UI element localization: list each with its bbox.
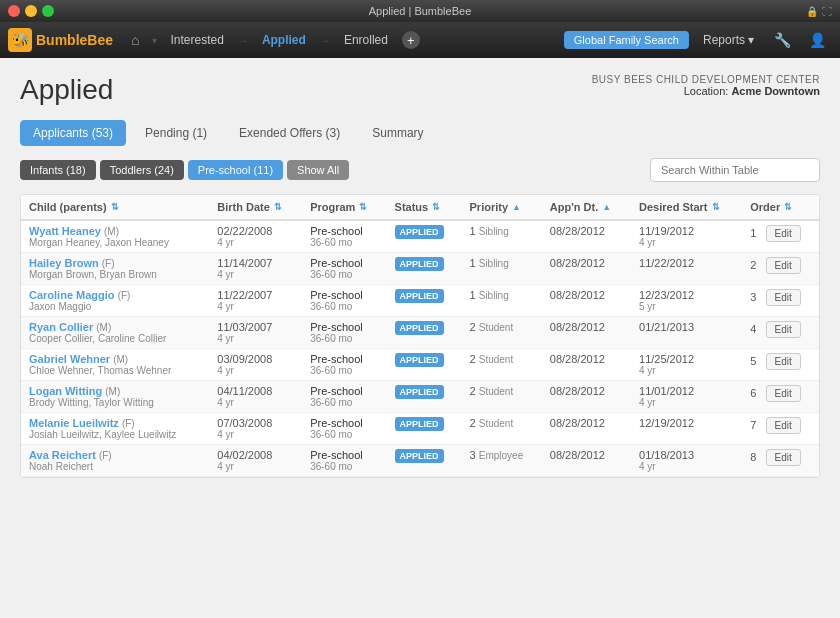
cell-child-3: Ryan Collier (M) Cooper Collier, Carolin…: [21, 317, 209, 349]
tab-summary[interactable]: Summary: [359, 120, 436, 146]
add-nav-button[interactable]: +: [402, 31, 420, 49]
global-family-search-button[interactable]: Global Family Search: [564, 31, 689, 49]
child-name-0[interactable]: Wyatt Heaney: [29, 225, 101, 237]
child-name-1[interactable]: Hailey Brown: [29, 257, 99, 269]
cell-program-2: Pre-school 36-60 mo: [302, 285, 386, 317]
parents-4: Chloe Wehner, Thomas Wehner: [29, 365, 201, 376]
edit-button-5[interactable]: Edit: [766, 385, 801, 402]
cell-desired-7: 01/18/2013 4 yr: [631, 445, 742, 477]
org-name: BUSY BEES CHILD DEVELOPMENT CENTER: [592, 74, 820, 85]
child-name-5[interactable]: Logan Witting: [29, 385, 102, 397]
cell-birth-6: 07/03/2008 4 yr: [209, 413, 302, 445]
logo-area: 🐝 BumbleBee: [8, 28, 113, 52]
cell-program-4: Pre-school 36-60 mo: [302, 349, 386, 381]
search-input[interactable]: [650, 158, 820, 182]
col-desired-start[interactable]: Desired Start⇅: [631, 195, 742, 220]
table-row: Melanie Lueilwitz (F) Josiah Lueilwitz, …: [21, 413, 819, 445]
cell-status-6: APPLIED: [387, 413, 462, 445]
cell-priority-5: 2 Student: [462, 381, 542, 413]
edit-button-1[interactable]: Edit: [766, 257, 801, 274]
cell-program-7: Pre-school 36-60 mo: [302, 445, 386, 477]
cell-program-1: Pre-school 36-60 mo: [302, 253, 386, 285]
settings-icon[interactable]: 🔧: [768, 30, 797, 50]
cell-child-2: Caroline Maggio (F) Jaxon Maggio: [21, 285, 209, 317]
cell-program-5: Pre-school 36-60 mo: [302, 381, 386, 413]
parents-2: Jaxon Maggio: [29, 301, 201, 312]
status-badge-4: APPLIED: [395, 353, 444, 367]
nav-interested[interactable]: Interested: [163, 29, 232, 51]
nav-enrolled[interactable]: Enrolled: [336, 29, 396, 51]
cell-birth-0: 02/22/2008 4 yr: [209, 220, 302, 253]
cell-status-0: APPLIED: [387, 220, 462, 253]
window-title: Applied | BumbleBee: [369, 5, 472, 17]
reports-menu[interactable]: Reports ▾: [695, 29, 762, 51]
cell-status-1: APPLIED: [387, 253, 462, 285]
table-container: Child (parents)⇅ Birth Date⇅ Program⇅ St…: [20, 194, 820, 478]
minimize-button[interactable]: [25, 5, 37, 17]
org-location-name: Acme Downtown: [731, 85, 820, 97]
filter-preschool[interactable]: Pre-school (11): [188, 160, 283, 180]
edit-button-4[interactable]: Edit: [766, 353, 801, 370]
edit-button-7[interactable]: Edit: [766, 449, 801, 466]
cell-appdate-2: 08/28/2012: [542, 285, 631, 317]
table-row: Gabriel Wehner (M) Chloe Wehner, Thomas …: [21, 349, 819, 381]
edit-button-6[interactable]: Edit: [766, 417, 801, 434]
cell-desired-3: 01/21/2013: [631, 317, 742, 349]
col-status[interactable]: Status⇅: [387, 195, 462, 220]
parents-0: Morgan Heaney, Jaxon Heaney: [29, 237, 201, 248]
tab-pending[interactable]: Pending (1): [132, 120, 220, 146]
cell-appdate-0: 08/28/2012: [542, 220, 631, 253]
child-name-3[interactable]: Ryan Collier: [29, 321, 93, 333]
col-child[interactable]: Child (parents)⇅: [21, 195, 209, 220]
cell-birth-7: 04/02/2008 4 yr: [209, 445, 302, 477]
cell-appdate-7: 08/28/2012: [542, 445, 631, 477]
home-button[interactable]: ⌂: [125, 30, 145, 50]
maximize-button[interactable]: [42, 5, 54, 17]
cell-priority-6: 2 Student: [462, 413, 542, 445]
cell-status-5: APPLIED: [387, 381, 462, 413]
parents-1: Morgan Brown, Bryan Brown: [29, 269, 201, 280]
cell-desired-4: 11/25/2012 4 yr: [631, 349, 742, 381]
show-all-button[interactable]: Show All: [287, 160, 349, 180]
cell-desired-1: 11/22/2012: [631, 253, 742, 285]
user-icon[interactable]: 👤: [803, 30, 832, 50]
close-button[interactable]: [8, 5, 20, 17]
cell-priority-1: 1 Sibling: [462, 253, 542, 285]
cell-order-1: 2 Edit: [742, 253, 819, 285]
filter-row: Infants (18) Toddlers (24) Pre-school (1…: [20, 158, 820, 182]
filter-toddlers[interactable]: Toddlers (24): [100, 160, 184, 180]
child-name-6[interactable]: Melanie Lueilwitz: [29, 417, 119, 429]
cell-order-0: 1 Edit: [742, 220, 819, 253]
child-name-2[interactable]: Caroline Maggio: [29, 289, 115, 301]
cell-program-0: Pre-school 36-60 mo: [302, 220, 386, 253]
col-order[interactable]: Order⇅: [742, 195, 819, 220]
nav-applied[interactable]: Applied: [254, 29, 314, 51]
col-priority[interactable]: Priority▲: [462, 195, 542, 220]
cell-status-4: APPLIED: [387, 349, 462, 381]
tab-applicants[interactable]: Applicants (53): [20, 120, 126, 146]
tab-extended-offers[interactable]: Exended Offers (3): [226, 120, 353, 146]
applicants-table: Child (parents)⇅ Birth Date⇅ Program⇅ St…: [21, 195, 819, 477]
status-badge-6: APPLIED: [395, 417, 444, 431]
col-program[interactable]: Program⇅: [302, 195, 386, 220]
edit-button-0[interactable]: Edit: [766, 225, 801, 242]
cell-child-4: Gabriel Wehner (M) Chloe Wehner, Thomas …: [21, 349, 209, 381]
cell-program-6: Pre-school 36-60 mo: [302, 413, 386, 445]
logo-icon: 🐝: [8, 28, 32, 52]
col-appn-dt[interactable]: App'n Dt.▲: [542, 195, 631, 220]
cell-priority-7: 3 Employee: [462, 445, 542, 477]
col-birth-date[interactable]: Birth Date⇅: [209, 195, 302, 220]
edit-button-2[interactable]: Edit: [766, 289, 801, 306]
edit-button-3[interactable]: Edit: [766, 321, 801, 338]
cell-birth-5: 04/11/2008 4 yr: [209, 381, 302, 413]
table-header-row: Child (parents)⇅ Birth Date⇅ Program⇅ St…: [21, 195, 819, 220]
status-badge-7: APPLIED: [395, 449, 444, 463]
filter-infants[interactable]: Infants (18): [20, 160, 96, 180]
org-info: BUSY BEES CHILD DEVELOPMENT CENTER Locat…: [592, 74, 820, 97]
cell-order-2: 3 Edit: [742, 285, 819, 317]
cell-birth-3: 11/03/2007 4 yr: [209, 317, 302, 349]
child-name-7[interactable]: Ava Reichert: [29, 449, 96, 461]
cell-order-6: 7 Edit: [742, 413, 819, 445]
parents-6: Josiah Lueilwitz, Kaylee Lueilwitz: [29, 429, 201, 440]
child-name-4[interactable]: Gabriel Wehner: [29, 353, 110, 365]
